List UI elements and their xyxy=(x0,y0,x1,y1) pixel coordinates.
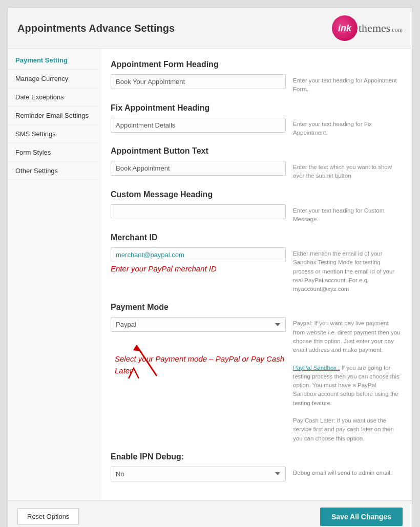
appointment-form-heading-input-col xyxy=(111,74,286,89)
enable-ipn-help: Debug email will send to admin email. xyxy=(293,467,401,477)
payment-mode-select[interactable]: Paypal PayPal Sandbox Pay Cash Later xyxy=(111,317,286,332)
merchant-id-input[interactable] xyxy=(111,247,286,262)
payment-mode-help-paypal: Paypal: If you want pay live payment fro… xyxy=(293,320,401,353)
custom-message-heading-row: Enter your text heading for Custom Messa… xyxy=(111,204,401,224)
sidebar: Payment Setting Manage Currency Date Exc… xyxy=(8,49,99,500)
appointment-button-text-input[interactable] xyxy=(111,161,286,176)
payment-mode-help: Paypal: If you want pay live payment fro… xyxy=(293,317,401,443)
logo-icon: ink xyxy=(332,15,358,41)
sidebar-item-date-exceptions[interactable]: Date Exceptions xyxy=(8,88,99,107)
enable-ipn-input-col: No Yes xyxy=(111,467,286,481)
sidebar-item-payment-setting[interactable]: Payment Setting xyxy=(8,51,99,70)
fix-appointment-heading-input-col xyxy=(111,118,286,133)
save-button[interactable]: Save All Changes xyxy=(320,508,403,526)
page-header: Appointments Advance Settings ink themes… xyxy=(8,8,412,49)
arrow-icon xyxy=(126,335,172,381)
appointment-form-heading-row: Enter your text heading for Appointment … xyxy=(111,74,401,94)
paypal-sandbox-link[interactable]: PayPal Sandbox : xyxy=(293,365,340,371)
content-area: Payment Setting Manage Currency Date Exc… xyxy=(8,49,412,500)
sidebar-item-manage-currency[interactable]: Manage Currency xyxy=(8,70,99,88)
merchant-id-annotation: Enter your PayPal merchant ID xyxy=(111,264,286,273)
fix-appointment-heading-input[interactable] xyxy=(111,118,286,133)
merchant-id-input-col: Enter your PayPal merchant ID xyxy=(111,247,286,273)
payment-mode-help-cash: Pay Cash Later: If you want use the serv… xyxy=(293,417,394,441)
appointment-form-heading-input[interactable] xyxy=(111,74,286,89)
appointment-form-heading-help: Enter your text heading for Appointment … xyxy=(293,74,401,94)
payment-mode-label: Payment Mode xyxy=(111,303,401,312)
appointment-button-text-row: Enter the text which you want to show ov… xyxy=(111,161,401,181)
logo: ink themes.com xyxy=(332,15,403,41)
fix-appointment-heading-row: Enter your text heading for Fix Appointm… xyxy=(111,118,401,138)
merchant-input-wrapper xyxy=(111,247,286,262)
sidebar-item-form-styles[interactable]: Form Styles xyxy=(8,143,99,162)
reset-button[interactable]: Reset Options xyxy=(17,508,79,525)
enable-ipn-select[interactable]: No Yes xyxy=(111,467,286,481)
merchant-id-help: Either mention the email id of your Sand… xyxy=(293,247,401,293)
payment-mode-annotation-area: Select your Payment mode – PayPal or Pay… xyxy=(111,335,286,376)
payment-mode-row: Paypal PayPal Sandbox Pay Cash Later xyxy=(111,317,401,443)
custom-message-heading-help: Enter your text heading for Custom Messa… xyxy=(293,204,401,224)
enable-ipn-label: Enable IPN Debug: xyxy=(111,452,401,461)
custom-message-heading-input[interactable] xyxy=(111,204,286,219)
sidebar-item-other-settings[interactable]: Other Settings xyxy=(8,162,99,180)
main-content: Appointment Form Heading Enter your text… xyxy=(99,49,412,500)
appointment-button-text-input-col xyxy=(111,161,286,176)
page-title: Appointments Advance Settings xyxy=(17,23,175,34)
merchant-id-label: Merchant ID xyxy=(111,233,401,242)
footer-bar: Reset Options Save All Changes xyxy=(8,500,412,527)
enable-ipn-row: No Yes Debug email will send to admin em… xyxy=(111,467,401,481)
fix-appointment-heading-help: Enter your text heading for Fix Appointm… xyxy=(293,118,401,138)
appointment-button-text-label: Appointment Button Text xyxy=(111,146,401,156)
fix-appointment-heading-label: Fix Appointment Heading xyxy=(111,103,401,113)
custom-message-heading-input-col xyxy=(111,204,286,219)
appointment-button-text-help: Enter the text which you want to show ov… xyxy=(293,161,401,181)
sidebar-item-sms-settings[interactable]: SMS Settings xyxy=(8,125,99,143)
logo-text: themes.com xyxy=(359,22,403,35)
sidebar-item-reminder-email[interactable]: Reminder Email Settings xyxy=(8,107,99,125)
payment-mode-input-col: Paypal PayPal Sandbox Pay Cash Later xyxy=(111,317,286,376)
appointment-form-heading-label: Appointment Form Heading xyxy=(111,60,401,69)
custom-message-heading-label: Custom Message Heading xyxy=(111,190,401,199)
merchant-id-row: Enter your PayPal merchant ID Either men… xyxy=(111,247,401,293)
